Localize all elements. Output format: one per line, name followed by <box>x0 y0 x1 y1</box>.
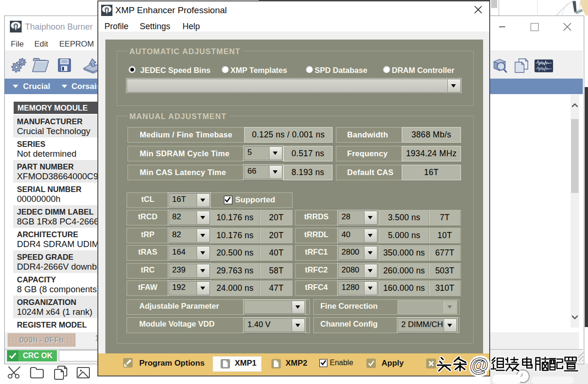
svg-text:@: @ <box>470 354 488 375</box>
